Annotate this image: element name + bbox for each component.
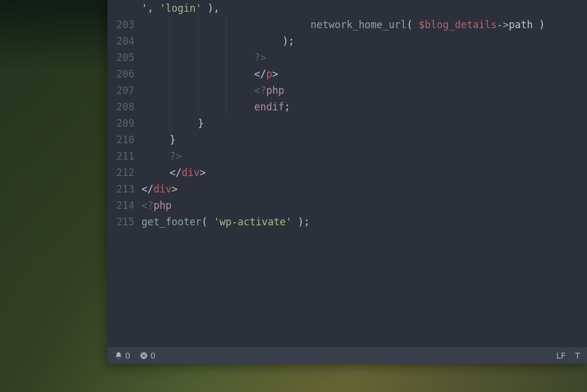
code-line: ); (141, 33, 587, 49)
code-line: endif; (141, 99, 587, 115)
code-line: <?php (141, 197, 587, 214)
code-line: </p> (141, 66, 587, 82)
code-line: </div> (141, 181, 587, 197)
line-number: 208 (107, 99, 141, 115)
line-number: 210 (107, 131, 141, 148)
line-number: 212 (107, 164, 141, 181)
line-number: 206 (107, 66, 141, 82)
bell-icon (114, 352, 123, 360)
errors-count[interactable]: 0 (140, 351, 156, 360)
code-line: ?> (141, 148, 587, 164)
line-number: 211 (107, 148, 141, 164)
code-line: ?> (141, 49, 587, 66)
status-right-trunc[interactable]: T (575, 351, 580, 360)
code-line: </div> (141, 164, 587, 181)
line-number: 205 (107, 49, 141, 66)
code-line: } (141, 115, 587, 131)
code-line: ', 'login' ), (141, 0, 587, 16)
line-number: 215 (107, 214, 141, 230)
line-number: 204 (107, 33, 141, 49)
notifications-value: 0 (125, 351, 130, 360)
notifications-count[interactable]: 0 (114, 351, 130, 360)
code-line: <?php (141, 82, 587, 99)
line-number: 207 (107, 82, 141, 99)
code-line: network_home_url( $blog_details->path ) (141, 16, 587, 33)
code-line: get_footer( 'wp-activate' ); (141, 214, 587, 230)
eol-indicator[interactable]: LF (556, 351, 566, 360)
line-number: 203 (107, 16, 141, 33)
line-number: 214 (107, 197, 141, 214)
code-line: } (141, 131, 587, 148)
line-number-gutter: 203204205206207208209210211212213214215 (107, 0, 141, 347)
error-icon (140, 352, 148, 360)
errors-value: 0 (150, 351, 156, 360)
code-content[interactable]: ', 'login' ),network_home_url( $blog_det… (141, 0, 587, 347)
line-number: 213 (107, 181, 141, 197)
editor-area[interactable]: 203204205206207208209210211212213214215 … (107, 0, 587, 347)
editor-window: 203204205206207208209210211212213214215 … (107, 0, 587, 364)
line-number: 209 (107, 115, 141, 131)
status-bar: 0 0 LF T (107, 347, 587, 364)
